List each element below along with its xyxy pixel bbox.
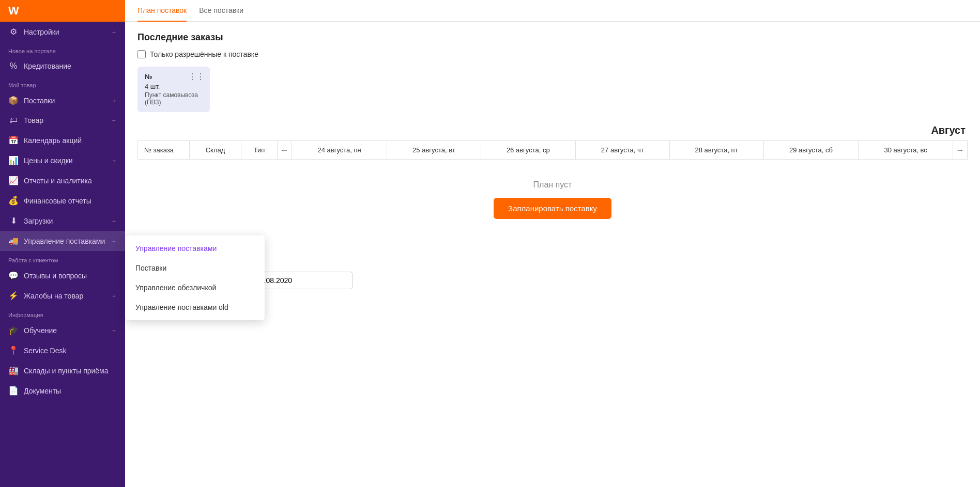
col-date-2: 26 августа, ср [481, 141, 575, 160]
sidebar-label-zagruzki: Загрузки [24, 217, 53, 225]
sidebar-label-kreditovanie: Кредитование [24, 62, 71, 70]
col-prev-arrow: ← [278, 141, 292, 160]
arrow-icon-5: → [111, 217, 117, 225]
section-rabota: Работа с клиентом [0, 251, 125, 265]
sidebar-item-otzyvy[interactable]: 💬 Отзывы и вопросы [0, 265, 125, 286]
arrow-icon-3: → [111, 117, 117, 124]
tabs-bar: План поставок Все поставки [125, 0, 980, 22]
sidebar: W ⚙ Настройки → Новое на портале % Креди… [0, 0, 125, 487]
arrow-icon-2: → [111, 97, 117, 104]
settings-icon: ⚙ [8, 27, 19, 37]
sidebar-item-kreditovanie[interactable]: % Кредитование [0, 56, 125, 76]
sidebar-label-service-desk: Service Desk [24, 347, 66, 355]
sidebar-item-upravlenie[interactable]: 🚚 Управление поставками → [0, 231, 125, 251]
analytics-icon: 📈 [8, 176, 19, 185]
sidebar-item-kalendar[interactable]: 📅 Календарь акций [0, 130, 125, 150]
col-date-1: 25 августа, вт [387, 141, 481, 160]
sidebar-label-tovar: Товар [24, 116, 43, 124]
arrow-icon-7: → [111, 292, 117, 300]
sidebar-item-zagruzki[interactable]: ⬇ Загрузки → [0, 211, 125, 231]
section-moy-tovar: Мой товар [0, 76, 125, 90]
tab-plan[interactable]: План поставок [137, 0, 187, 22]
order-card: № ⋮⋮ 4 шт. Пункт самовывоза (ПВЗ) [137, 67, 210, 112]
sidebar-item-dokumenty[interactable]: 📄 Документы [0, 381, 125, 401]
dropdown-item-upravlenie[interactable]: Управление поставками [125, 239, 265, 258]
sidebar-label-dokumenty: Документы [24, 387, 61, 395]
sidebar-item-obuchenie[interactable]: 🎓 Обучение → [0, 320, 125, 340]
sidebar-label-zhaloby: Жалобы на товар [24, 292, 83, 300]
col-header-num: № заказа [138, 141, 190, 160]
col-header-sklad: Склад [190, 141, 241, 160]
calendar-table: № заказа Склад Тип ← 24 августа, пн 25 а… [137, 140, 968, 229]
arrow-icon-4: → [111, 157, 117, 164]
sidebar-label-nastroyki: Настройки [24, 28, 59, 36]
col-next-arrow: → [953, 141, 968, 160]
order-card-menu[interactable]: ⋮⋮ [188, 72, 205, 82]
col-date-5: 29 августа, сб [763, 141, 859, 160]
prev-date-btn[interactable]: ← [279, 144, 291, 157]
sidebar-item-service-desk[interactable]: 📍 Service Desk [0, 340, 125, 360]
order-card-num: № [145, 73, 152, 81]
section-info: Информация [0, 306, 125, 320]
col-date-4: 28 августа, пт [669, 141, 763, 160]
box-icon: 📦 [8, 96, 19, 105]
col-date-0: 24 августа, пн [292, 141, 387, 160]
calendar-icon: 📅 [8, 135, 19, 145]
sidebar-item-tseny[interactable]: 📊 Цены и скидки → [0, 150, 125, 170]
pin-icon: 📍 [8, 345, 19, 355]
tab-all[interactable]: Все поставки [199, 0, 243, 22]
order-card-qty: 4 шт. [145, 83, 203, 90]
last-orders-title: Последние заказы [137, 32, 968, 43]
sidebar-item-zhaloby[interactable]: ⚡ Жалобы на товар → [0, 286, 125, 306]
section-novoe: Новое на портале [0, 42, 125, 56]
date-field: Дата [249, 262, 353, 289]
sidebar-label-upravlenie: Управление поставками [24, 237, 105, 245]
allowed-only-checkbox[interactable] [137, 50, 146, 58]
arrow-icon: → [111, 28, 117, 36]
sidebar-item-finansy[interactable]: 💰 Финансовые отчеты [0, 191, 125, 211]
dropdown-item-postavki[interactable]: Поставки [125, 258, 265, 278]
percent-icon: % [8, 61, 19, 71]
col-header-type: Тип [241, 141, 278, 160]
next-date-btn[interactable]: → [954, 144, 967, 157]
date-label: Дата [249, 262, 353, 270]
sidebar-item-tovar[interactable]: 🏷 Товар → [0, 111, 125, 130]
sidebar-label-tseny: Цены и скидки [24, 156, 73, 165]
col-date-6: 30 августа, вс [859, 141, 953, 160]
warehouse-icon: 🏭 [8, 366, 19, 375]
sidebar-item-postavki[interactable]: 📦 Поставки → [0, 90, 125, 111]
sidebar-label-sklady: Склады и пункты приёма [24, 367, 109, 375]
logo-icon: W [8, 4, 19, 18]
chart-icon: 📊 [8, 155, 19, 165]
empty-plan: План пуст Запланировать поставку [138, 160, 968, 229]
download-icon: ⬇ [8, 216, 19, 226]
logo: W [0, 0, 125, 22]
graduation-icon: 🎓 [8, 325, 19, 335]
sidebar-item-sklady[interactable]: 🏭 Склады и пункты приёма [0, 360, 125, 381]
schedule-btn[interactable]: Запланировать поставку [494, 198, 611, 219]
sidebar-item-otchety[interactable]: 📈 Отчеты и аналитика [0, 170, 125, 191]
chat-icon: 💬 [8, 271, 19, 280]
arrow-icon-8: → [111, 327, 117, 334]
order-card-type: Пункт самовывоза (ПВЗ) [145, 91, 203, 106]
truck-icon: 🚚 [8, 236, 19, 246]
sidebar-label-finansy: Финансовые отчеты [24, 197, 91, 205]
month-label: Август [137, 124, 968, 136]
calendar-section: Август № заказа Склад Тип ← 24 августа, … [137, 124, 968, 229]
dropdown-item-old[interactable]: Управление поставками old [125, 297, 265, 317]
sidebar-item-nastroyki[interactable]: ⚙ Настройки → [0, 22, 125, 42]
checkbox-row: Только разрешённые к поставке [137, 50, 968, 58]
checkbox-label: Только разрешённые к поставке [150, 50, 258, 58]
sidebar-label-obuchenie: Обучение [24, 326, 57, 335]
tag-icon: 🏷 [8, 116, 19, 125]
warning-icon: ⚡ [8, 291, 19, 301]
sidebar-label-postavki: Поставки [24, 97, 55, 105]
sidebar-label-otzyvy: Отзывы и вопросы [24, 272, 87, 280]
dropdown-popup: Управление поставками Поставки Управлени… [125, 235, 265, 320]
date-input[interactable] [249, 272, 353, 289]
col-date-3: 27 августа, чт [575, 141, 669, 160]
finance-icon: 💰 [8, 196, 19, 206]
arrow-icon-6: → [111, 238, 117, 245]
dropdown-item-obezlichka[interactable]: Управление обезличкой [125, 278, 265, 297]
empty-plan-text: План пуст [138, 180, 968, 190]
